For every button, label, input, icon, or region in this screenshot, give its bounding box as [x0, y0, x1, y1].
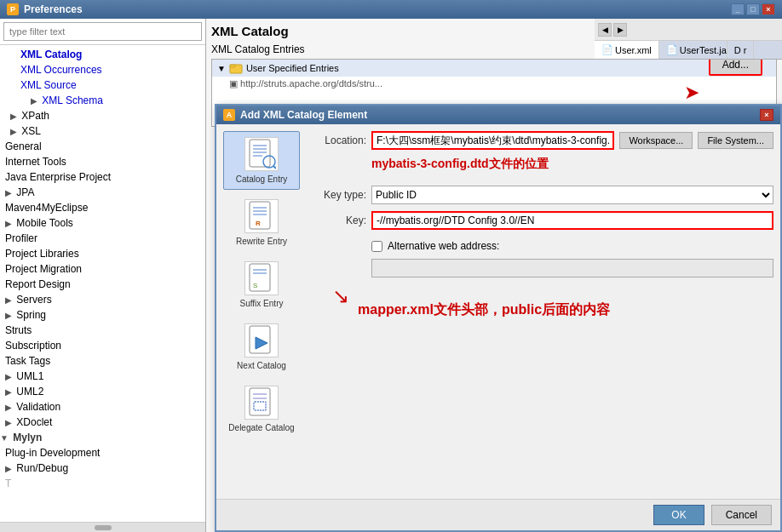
location-annotation-text: mybatis-3-config.dtd文件的位置 — [371, 157, 549, 170]
main-container: XML Catalog XML Occurrences XML Source ▶… — [0, 19, 782, 532]
browser-toolbar: ◀ ▶ — [595, 19, 782, 41]
tree-item-t[interactable]: T — [0, 476, 205, 491]
location-label: Location: — [307, 134, 366, 146]
tree-item-xml-occurrences[interactable]: XML Occurrences — [0, 62, 205, 77]
tree-item-xml-schema[interactable]: ▶ XML Schema — [0, 93, 205, 108]
tab-user-xml[interactable]: 📄 User.xml — [595, 41, 659, 59]
keytype-label: Key type: — [307, 189, 366, 201]
minimize-button[interactable]: _ — [731, 3, 745, 15]
tree-item-spring[interactable]: ▶ Spring — [0, 307, 205, 323]
delegate-catalog-svg — [247, 386, 276, 419]
tree-item-project-migration[interactable]: Project Migration — [0, 261, 205, 277]
icon-catalog-entry[interactable]: Catalog Entry — [223, 131, 300, 190]
dialog-title: Add XML Catalog Element — [240, 109, 367, 121]
keytype-select[interactable]: Public ID System ID URI — [371, 186, 773, 204]
catalog-entry-icon-box — [244, 137, 279, 171]
entries-header: ▼ User Specified Entries — [212, 60, 776, 77]
key-row: Key: — [307, 211, 773, 230]
tree-item-xdoclet[interactable]: ▶ XDoclet — [0, 415, 205, 430]
browser-forward[interactable]: ▶ — [613, 23, 627, 37]
collapse-icon: ▼ — [217, 64, 226, 73]
svg-rect-1 — [230, 65, 235, 67]
rewrite-entry-label: Rewrite Entry — [236, 237, 287, 246]
svg-text:R: R — [256, 220, 261, 227]
chevron-right-icon: ▶ — [10, 112, 17, 121]
svg-line-8 — [273, 166, 276, 169]
tree-item-java-enterprise[interactable]: Java Enterprise Project — [0, 169, 205, 185]
chevron-right-icon: ▶ — [5, 403, 12, 412]
chevron-right-icon: ▶ — [5, 418, 12, 427]
svg-text:S: S — [253, 282, 257, 289]
icon-suffix-entry[interactable]: S Suffix Entry — [223, 255, 300, 314]
dialog-footer: OK Cancel — [216, 499, 780, 530]
tree-item-validation[interactable]: ▶ Validation — [0, 399, 205, 415]
workspace-button[interactable]: Workspace... — [619, 132, 693, 149]
tree-item-general[interactable]: General — [0, 139, 205, 154]
icon-next-catalog[interactable]: Next Catalog — [223, 317, 300, 376]
key-input[interactable] — [371, 211, 773, 230]
tree-item-mobile[interactable]: ▶ Mobile Tools — [0, 215, 205, 231]
rewrite-entry-svg: R — [247, 200, 276, 232]
filter-input[interactable] — [3, 22, 202, 41]
tree-item-uml2[interactable]: ▶ UML2 — [0, 384, 205, 399]
rewrite-entry-icon-box: R — [244, 199, 279, 233]
titlebar-title: Preferences — [24, 3, 83, 15]
tree-item-xpath[interactable]: ▶ XPath — [0, 108, 205, 123]
entry-icon: ▣ — [229, 78, 240, 89]
filesystem-button[interactable]: File System... — [698, 132, 773, 149]
tree-item-maven4[interactable]: Maven4MyEclipse — [0, 200, 205, 215]
icon-rewrite-entry[interactable]: R Rewrite Entry — [223, 193, 300, 252]
tree-item-plugin-dev[interactable]: Plug-in Development — [0, 445, 205, 460]
tree-item-servers[interactable]: ▶ Servers — [0, 292, 205, 307]
location-row: Location: Workspace... File System... — [307, 131, 773, 150]
tree-item-struts[interactable]: Struts — [0, 323, 205, 338]
chevron-right-icon: ▶ — [5, 311, 12, 320]
tree-item-task-tags[interactable]: Task Tags — [0, 353, 205, 369]
chevron-right-icon: ▶ — [5, 188, 12, 197]
maximize-button[interactable]: □ — [746, 3, 760, 15]
tree-item-profiler[interactable]: Profiler — [0, 231, 205, 246]
tree-item-xml-source[interactable]: XML Source — [0, 77, 205, 93]
icon-delegate-catalog[interactable]: Delegate Catalog — [223, 380, 300, 438]
chevron-right-icon: ▶ — [31, 96, 37, 106]
tree-item-jpa[interactable]: ▶ JPA — [0, 185, 205, 200]
key-label: Key: — [307, 215, 366, 226]
chevron-right-icon: ▶ — [10, 127, 17, 136]
close-button[interactable]: × — [762, 3, 775, 15]
browser-back[interactable]: ◀ — [598, 23, 612, 37]
tree-item-report-design[interactable]: Report Design — [0, 277, 205, 292]
tree-item-uml1[interactable]: ▶ UML1 — [0, 369, 205, 384]
tree-item-xsl[interactable]: ▶ XSL — [0, 123, 205, 139]
suffix-entry-icon-box: S — [244, 261, 279, 295]
dialog-close-button[interactable]: × — [760, 109, 773, 121]
icon-panel: Catalog Entry R Rewrite E — [223, 131, 300, 492]
tree-item-subscription[interactable]: Subscription — [0, 338, 205, 353]
xml-catalog-label: XML Catalog — [20, 49, 82, 60]
chevron-right-icon: ▶ — [5, 387, 12, 397]
dialog-icon: A — [223, 109, 235, 121]
chevron-right-icon: ▶ — [5, 372, 12, 381]
right-panel: XML Catalog ◀ ▶ ⊕ ▼ XML Catalog Entries … — [206, 19, 782, 532]
alt-web-label: Alternative web address: — [388, 240, 499, 252]
tree-item-mylyn[interactable]: ▼ Mylyn — [0, 430, 205, 445]
cancel-button[interactable]: Cancel — [711, 505, 772, 525]
tab-d-r[interactable]: D r — [727, 41, 755, 59]
scrollbar-thumb[interactable] — [95, 525, 112, 530]
tree-item-run-debug[interactable]: ▶ Run/Debug — [0, 460, 205, 476]
tree-item-internet-tools[interactable]: Internet Tools — [0, 154, 205, 169]
ok-button[interactable]: OK — [653, 505, 704, 525]
location-input[interactable] — [371, 131, 614, 150]
tab-usertest-java[interactable]: 📄 UserTest.java — [659, 41, 727, 59]
suffix-entry-label: Suffix Entry — [240, 299, 284, 308]
mapper-annotation-text: mapper.xml文件头部，public后面的内容 — [358, 301, 773, 319]
tree-item-project-libraries[interactable]: Project Libraries — [0, 246, 205, 261]
alt-web-checkbox[interactable] — [371, 241, 382, 252]
mapper-annotation-area: ↘ mapper.xml文件头部，public后面的内容 — [307, 293, 773, 319]
tab-icon-2: 📄 — [666, 44, 678, 55]
dialog-titlebar: A Add XML Catalog Element × — [216, 106, 780, 124]
tree-item-xml-catalog[interactable]: XML Catalog — [0, 47, 205, 62]
alt-web-input[interactable] — [371, 259, 773, 277]
svg-rect-2 — [250, 140, 270, 167]
catalog-entry-svg — [247, 138, 276, 170]
keytype-row: Key type: Public ID System ID URI — [307, 186, 773, 204]
